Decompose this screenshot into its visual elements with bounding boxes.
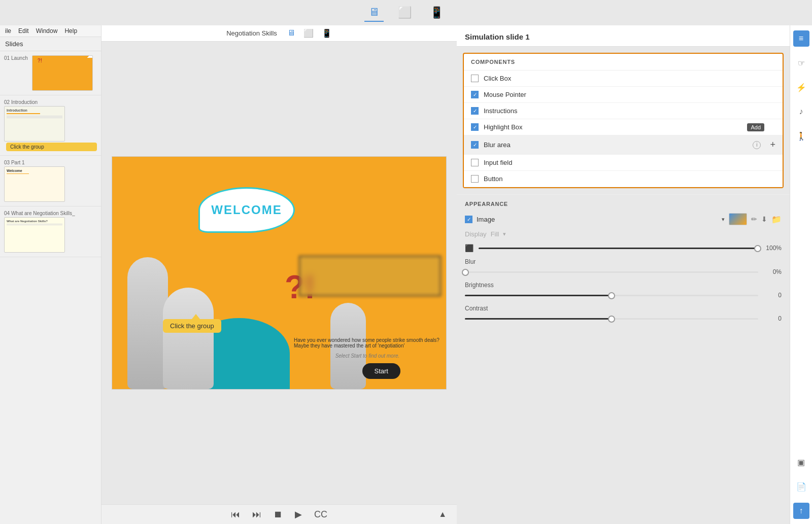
person-icon-button[interactable]: 🚶 <box>793 128 809 144</box>
body-text: Have you ever wondered how some people s… <box>294 337 441 348</box>
display-dropdown[interactable]: ▾ <box>503 231 506 237</box>
component-input-field[interactable]: Input field <box>464 155 783 171</box>
pen-icon[interactable]: ✏ <box>751 215 757 223</box>
slide-thumbnail-1: ?! <box>32 55 93 91</box>
music-icon-button[interactable]: ♪ <box>793 103 809 120</box>
image-dropdown[interactable]: ▾ <box>722 216 725 223</box>
brightness-value: 0 <box>763 292 782 299</box>
button-checkbox[interactable] <box>471 175 479 183</box>
brightness-thumb[interactable] <box>608 292 615 299</box>
stop-button[interactable]: ⏹ <box>274 509 283 520</box>
component-button[interactable]: Button <box>464 171 783 187</box>
contrast-slider[interactable] <box>465 318 758 320</box>
cursor-icon-button[interactable]: ☞ <box>793 55 809 71</box>
contrast-section: Contrast 0 <box>465 305 782 322</box>
component-instructions[interactable]: ✓ Instructions <box>464 103 783 119</box>
opacity-slider[interactable] <box>479 248 758 249</box>
main-layout: ile Edit Window Help Slides 01 Launch ?!… <box>0 25 812 524</box>
figure-left-small <box>163 288 214 389</box>
contrast-thumb[interactable] <box>608 316 615 323</box>
slide-number-1: 01 Launch <box>4 55 28 61</box>
slides-panel: ile Edit Window Help Slides 01 Launch ?!… <box>0 25 101 524</box>
menu-edit[interactable]: Edit <box>18 27 29 34</box>
input-field-label: Input field <box>484 159 775 166</box>
opacity-thumb[interactable] <box>754 245 761 252</box>
instructions-checkbox[interactable]: ✓ <box>471 107 479 115</box>
contrast-fill <box>465 318 612 320</box>
lightning-icon: ⚡ <box>796 83 806 92</box>
desktop-device-icon[interactable]: 🖥 <box>364 4 384 22</box>
instructions-label: Instructions <box>484 107 775 115</box>
canvas-tablet-icon[interactable]: ⬜ <box>303 28 314 38</box>
image-label: Image <box>477 216 718 223</box>
mobile-device-icon[interactable]: 📱 <box>426 4 448 21</box>
menu-bar: ile Edit Window Help <box>0 25 101 37</box>
menu-help[interactable]: Help <box>64 27 77 34</box>
blur-area-checkbox[interactable]: ✓ <box>471 141 479 149</box>
right-panel: Simulation slide 1 COMPONENTS Click Box … <box>457 25 812 524</box>
document-icon-button[interactable]: 📄 <box>793 478 809 495</box>
slides-list: 01 Launch ?! 02 Introduction Introductio… <box>0 51 101 524</box>
blur-row: 0% <box>465 268 782 275</box>
bottom-controls: ⏮ ⏭ ⏹ ▶ CC ▲ <box>101 504 457 524</box>
slides-panel-label: Slides <box>0 37 101 51</box>
slide-item-4[interactable]: 04 What are Negotiation Skills_ What are… <box>0 206 101 257</box>
component-blur-area[interactable]: ✓ Blur area i + <box>464 135 783 155</box>
image-checkbox[interactable]: ✓ <box>465 216 472 223</box>
folder-icon[interactable]: 📁 <box>771 215 782 224</box>
brightness-slider[interactable] <box>465 295 758 296</box>
slide-canvas[interactable]: WELCOME ?! Have you ever wondered how so… <box>112 156 447 390</box>
play-button[interactable]: ▶ <box>295 509 302 520</box>
blur-area-label: Blur area <box>484 141 748 149</box>
click-box-checkbox[interactable] <box>471 75 479 82</box>
blur-area-info-icon[interactable]: i <box>753 141 761 149</box>
contrast-label: Contrast <box>465 305 782 312</box>
blur-slider[interactable] <box>465 271 758 273</box>
canvas-content: ↙ WELCOME ?! Have you ever wondere <box>101 42 457 504</box>
cursor-icon: ☞ <box>798 58 805 68</box>
blur-box <box>299 256 441 296</box>
component-highlight-box[interactable]: ✓ Highlight Box Add <box>464 119 783 135</box>
tablet-device-icon[interactable]: ⬜ <box>394 4 416 21</box>
highlight-box-checkbox[interactable]: ✓ <box>471 123 479 131</box>
input-field-checkbox[interactable] <box>471 159 479 166</box>
slide-number-2: 02 Introduction <box>4 99 97 105</box>
display-row: Display Fill ▾ <box>465 230 782 238</box>
lightning-icon-button[interactable]: ⚡ <box>793 79 809 95</box>
opacity-value: 100% <box>763 244 782 252</box>
mouse-pointer-checkbox[interactable]: ✓ <box>471 91 479 98</box>
click-box-label: Click Box <box>484 75 775 82</box>
brightness-row: 0 <box>465 292 782 299</box>
border-icon-button[interactable]: ▣ <box>793 454 809 470</box>
tooltip-arrow <box>192 314 200 319</box>
slide-thumbnail-4: What are Negotiation Skills? <box>4 217 65 253</box>
share-icon: ↑ <box>799 506 803 515</box>
step-forward-button[interactable]: ⏭ <box>252 509 261 520</box>
blur-section: Blur 0% <box>465 258 782 275</box>
component-mouse-pointer[interactable]: ✓ Mouse Pointer <box>464 87 783 103</box>
skip-back-button[interactable]: ⏮ <box>231 509 240 520</box>
canvas-desktop-icon[interactable]: 🖥 <box>287 28 295 38</box>
scroll-up-arrow[interactable]: ▲ <box>438 510 447 519</box>
menu-file[interactable]: ile <box>5 27 11 34</box>
document-icon: 📄 <box>796 482 806 492</box>
add-badge: Add <box>747 123 764 131</box>
slide-item-2[interactable]: 02 Introduction Introduction Click the g… <box>0 95 101 156</box>
slide-item-3[interactable]: 03 Part 1 Welcome <box>0 156 101 206</box>
canvas-mobile-icon[interactable]: 📱 <box>322 28 332 38</box>
menu-window[interactable]: Window <box>36 27 58 34</box>
canvas-tooltip: Click the group <box>163 319 221 333</box>
blur-thumb[interactable] <box>462 269 469 276</box>
share-icon-button[interactable]: ↑ <box>793 503 809 519</box>
slide-thumbnail-3: Welcome <box>4 166 65 202</box>
component-click-box[interactable]: Click Box <box>464 71 783 87</box>
settings-icon: ≡ <box>799 34 803 43</box>
slide-item-1[interactable]: 01 Launch ?! <box>0 51 101 95</box>
canvas-area: Negotiation Skills 🖥 ⬜ 📱 ↙ WELCOME <box>101 25 457 524</box>
download-icon[interactable]: ⬇ <box>761 215 767 223</box>
captions-button[interactable]: CC <box>314 509 327 520</box>
panel-header: Simulation slide 1 <box>457 25 790 47</box>
blur-area-add-icon[interactable]: + <box>770 139 775 150</box>
start-button[interactable]: Start <box>362 363 400 379</box>
settings-icon-button[interactable]: ≡ <box>793 30 809 47</box>
